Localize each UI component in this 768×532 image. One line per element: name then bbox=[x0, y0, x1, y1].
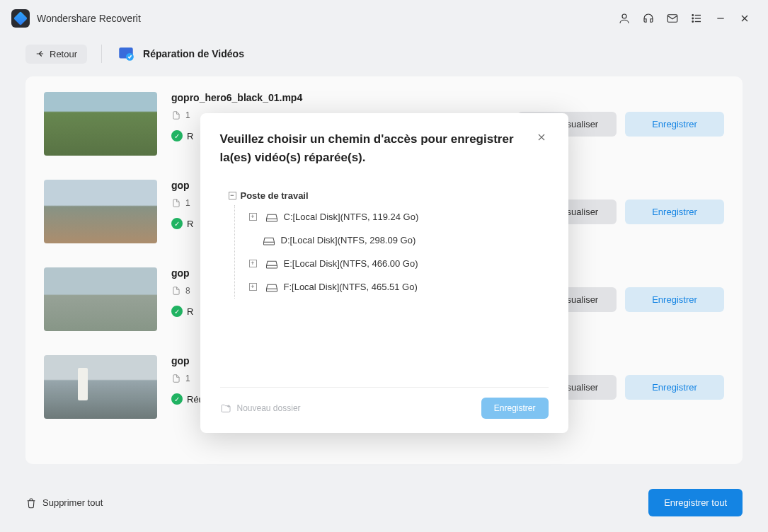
disk-icon bbox=[265, 259, 278, 269]
svg-point-4 bbox=[692, 18, 694, 19]
save-button[interactable]: Enregistrer bbox=[625, 112, 724, 137]
tree-drive-item[interactable]: D:[Local Disk](NTFS, 298.09 Go) bbox=[246, 229, 540, 252]
tree-root-label: Poste de travail bbox=[241, 190, 309, 201]
expand-icon[interactable]: + bbox=[249, 260, 257, 267]
collapse-icon[interactable]: − bbox=[229, 192, 236, 200]
back-button-label: Retour bbox=[50, 49, 77, 59]
delete-all-label: Supprimer tout bbox=[42, 497, 103, 508]
support-icon[interactable] bbox=[636, 6, 660, 30]
drive-label: E:[Local Disk](NTFS, 466.00 Go) bbox=[284, 258, 418, 269]
tree-drive-item[interactable]: + E:[Local Disk](NTFS, 466.00 Go) bbox=[246, 252, 540, 275]
new-folder-label: Nouveau dossier bbox=[237, 403, 301, 413]
disk-icon bbox=[265, 282, 278, 292]
save-button[interactable]: Enregistrer bbox=[625, 200, 724, 224]
app-logo bbox=[11, 9, 30, 28]
page-header: Retour Réparation de Vidéos bbox=[0, 37, 768, 71]
check-icon: ✓ bbox=[171, 218, 183, 229]
check-icon: ✓ bbox=[171, 306, 183, 317]
drive-label: F:[Local Disk](NTFS, 465.51 Go) bbox=[284, 282, 418, 292]
modal-title: Veuillez choisir un chemin d'accès pour … bbox=[220, 130, 534, 166]
svg-point-6 bbox=[692, 21, 694, 23]
drive-label: C:[Local Disk](NTFS, 119.24 Go) bbox=[284, 212, 419, 222]
titlebar: Wondershare Recoverit bbox=[0, 0, 768, 37]
mail-icon[interactable] bbox=[660, 6, 684, 30]
tree-drive-item[interactable]: + F:[Local Disk](NTFS, 465.51 Go) bbox=[246, 275, 540, 299]
separator bbox=[101, 45, 102, 63]
video-thumbnail[interactable] bbox=[44, 267, 157, 331]
menu-icon[interactable] bbox=[684, 6, 709, 30]
expand-icon[interactable]: + bbox=[249, 213, 257, 221]
folder-tree: − Poste de travail + C:[Local Disk](NTFS… bbox=[220, 183, 549, 381]
close-icon[interactable] bbox=[733, 6, 757, 30]
modal-close-button[interactable] bbox=[534, 130, 549, 147]
save-all-button[interactable]: Enregistrer tout bbox=[648, 489, 743, 516]
modal-save-button[interactable]: Enregistrer bbox=[481, 398, 549, 419]
delete-all-button[interactable]: Supprimer tout bbox=[25, 497, 103, 509]
disk-icon bbox=[263, 236, 275, 245]
expand-icon[interactable]: + bbox=[249, 283, 257, 291]
tree-drive-item[interactable]: + C:[Local Disk](NTFS, 119.24 Go) bbox=[246, 205, 540, 229]
drive-label: D:[Local Disk](NTFS, 298.09 Go) bbox=[281, 235, 416, 245]
video-filename: gopro_hero6_black_01.mp4 bbox=[171, 92, 503, 103]
save-path-modal: Veuillez choisir un chemin d'accès pour … bbox=[200, 113, 568, 433]
video-repair-icon bbox=[116, 44, 136, 64]
check-icon: ✓ bbox=[171, 393, 183, 405]
user-icon[interactable] bbox=[612, 6, 636, 30]
save-button[interactable]: Enregistrer bbox=[625, 375, 724, 400]
disk-icon bbox=[265, 212, 278, 222]
app-title: Wondershare Recoverit bbox=[37, 13, 141, 24]
new-folder-button[interactable]: Nouveau dossier bbox=[220, 403, 301, 413]
video-thumbnail[interactable] bbox=[44, 92, 157, 156]
video-thumbnail[interactable] bbox=[44, 180, 157, 243]
back-button[interactable]: Retour bbox=[25, 45, 87, 64]
section-title: Réparation de Vidéos bbox=[143, 48, 244, 59]
footer: Supprimer tout Enregistrer tout bbox=[25, 489, 743, 516]
svg-point-2 bbox=[692, 15, 694, 16]
save-button[interactable]: Enregistrer bbox=[625, 287, 724, 312]
video-thumbnail[interactable] bbox=[44, 355, 157, 419]
check-icon: ✓ bbox=[171, 130, 183, 141]
tree-root[interactable]: − Poste de travail bbox=[229, 190, 540, 201]
minimize-icon[interactable] bbox=[709, 6, 733, 30]
svg-point-0 bbox=[622, 14, 626, 18]
svg-rect-1 bbox=[667, 15, 677, 23]
